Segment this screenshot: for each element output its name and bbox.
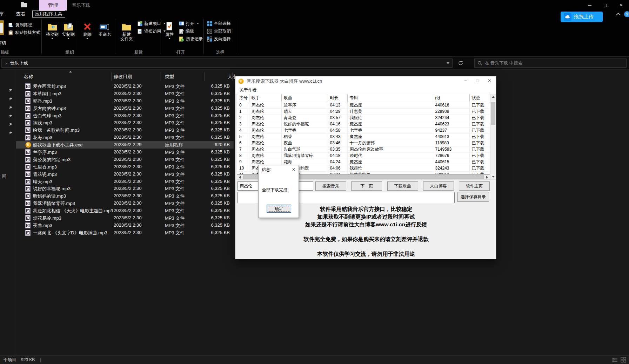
song-row[interactable]: 6 周杰伦 夜曲 03:46 十一月的萧邦 118980 已下载 [237, 140, 490, 146]
select-all-button[interactable]: 全部选择 [207, 20, 231, 27]
file-row[interactable]: K 告白气球.mp3 2023/5/2 2:30 MP3 文件 6,325 KB [16, 112, 234, 119]
help-button[interactable]: ? [624, 11, 629, 17]
easy-access-button[interactable]: 轻松访问 [138, 28, 166, 34]
open-button[interactable]: 打开 [179, 20, 199, 27]
col-rid[interactable]: rid [433, 94, 469, 102]
address-breadcrumb[interactable]: › 音乐下载 [1, 59, 453, 68]
edit-button[interactable]: 编辑 [179, 28, 194, 34]
homepage-button[interactable]: 软件主页 [459, 181, 490, 191]
new-item-button[interactable]: 新建项目 [138, 20, 166, 27]
rename-button[interactable]: 重命名 [95, 20, 114, 37]
file-row[interactable]: K 反方向的钟.mp3 2023/5/2 2:30 MP3 文件 6,325 K… [16, 105, 234, 112]
column-divider[interactable] [111, 72, 112, 81]
song-row[interactable]: 4 周杰伦 七里香 04:58 七里香 94237 已下载 [237, 127, 490, 133]
choose-save-dir-button[interactable]: 选择保存目录 [457, 192, 489, 202]
file-row[interactable]: K 我是如此相信-《天火》电影主题曲.mp3 2023/5/2 2:30 MP3… [16, 207, 234, 214]
file-row[interactable]: K 青花瓷.mp3 2023/5/2 2:30 MP3 文件 6,325 KB [16, 171, 234, 178]
next-page-button[interactable]: 下一页 [351, 181, 382, 191]
file-row[interactable]: K 听妈妈的话.mp3 2023/5/2 2:30 MP3 文件 6,325 K… [16, 192, 234, 200]
col-status[interactable]: 状态 [469, 94, 490, 102]
column-header-date[interactable]: 修改日期 [114, 74, 132, 80]
tab-share[interactable]: 共享 [0, 11, 11, 18]
copy-to-button[interactable]: 复制到 [60, 20, 76, 39]
col-index[interactable]: 序号 [237, 94, 249, 102]
explorer-search-box[interactable] [474, 59, 627, 68]
file-row[interactable]: K 说好的幸福呢.mp3 2023/5/2 2:30 MP3 文件 6,325 … [16, 185, 234, 192]
menu-about-author[interactable]: 关于作者 [238, 87, 258, 94]
drag-upload-button[interactable]: 拖拽上传 [561, 12, 603, 22]
cut-button[interactable]: 剪切 [0, 40, 12, 46]
file-row[interactable]: K 给我一首歌的时间.mp3 2023/5/2 2:30 MP3 文件 6,32… [16, 126, 234, 134]
scroll-up-button[interactable] [490, 94, 496, 99]
col-duration[interactable]: 时长 [328, 94, 347, 102]
delete-button[interactable]: 删除 [80, 20, 95, 39]
minimize-button[interactable] [582, 0, 597, 11]
address-dropdown-icon[interactable] [447, 62, 449, 64]
close-button[interactable]: ✕ [613, 0, 629, 11]
song-row[interactable]: 3 周杰伦 说好的幸福呢 04:16 魔杰座 440623 已下载 [237, 121, 490, 127]
file-row[interactable]: K 我落泪情绪零碎.mp3 2023/5/2 2:30 MP3 文件 6,325… [16, 200, 234, 207]
file-row[interactable]: K 兰亭序.mp3 2023/5/2 2:30 MP3 文件 6,325 KB [16, 149, 234, 156]
move-to-button[interactable]: 移动到 [44, 20, 60, 39]
nav-item-fragment[interactable]: 间 [2, 173, 6, 179]
song-row[interactable]: 1 周杰伦 晴天 04:29 叶惠美 228908 已下载 [237, 108, 490, 115]
ribbon-contextual-tab-manage[interactable]: 管理 [39, 0, 67, 11]
tab-application-tools[interactable]: 应用程序工具 [32, 11, 65, 18]
file-row[interactable]: K 晴天.mp3 2023/5/2 2:30 MP3 文件 6,325 KB [16, 178, 234, 185]
file-row[interactable]: K 本草纲目.mp3 2023/5/2 2:30 MP3 文件 6,325 KB [16, 90, 234, 97]
scroll-left-button[interactable] [237, 175, 242, 179]
column-header-name[interactable]: 名称 [24, 74, 33, 80]
history-button[interactable]: 历史记录 [179, 36, 203, 42]
song-row[interactable]: 9 周杰伦 花海 04:24 魔杰座 440615 已下载 [237, 159, 490, 165]
dialog-titlebar[interactable]: 信息: ✕ [259, 165, 299, 174]
download-songs-button[interactable]: 下载歌曲 [387, 181, 418, 191]
app-minimize-button[interactable]: – [460, 76, 471, 85]
invert-selection-button[interactable]: 反向选择 [207, 36, 231, 42]
blog-button[interactable]: 大白博客 [423, 181, 454, 191]
dialog-close-button[interactable]: ✕ [291, 167, 296, 172]
file-row[interactable]: K 爱在西元前.mp3 2023/5/2 2:30 MP3 文件 6,325 K… [16, 83, 234, 90]
file-row[interactable]: K 搁浅.mp3 2023/5/2 2:30 MP3 文件 6,325 KB [16, 119, 234, 126]
app-close-button[interactable]: ✕ [483, 76, 495, 85]
search-input[interactable] [485, 61, 623, 66]
column-header-type[interactable]: 类型 [165, 74, 174, 80]
maximize-button[interactable] [597, 0, 613, 11]
paste-shortcut-button[interactable]: 粘贴快捷方式 [8, 29, 40, 36]
new-folder-button[interactable]: 新建文件夹 [118, 20, 135, 41]
properties-button[interactable]: 属性 [162, 20, 176, 39]
large-icons-view-button[interactable] [621, 357, 626, 363]
file-row[interactable]: K 一路向北-《头文字D》电影插曲.mp3 2023/5/2 2:30 MP3 … [16, 229, 234, 236]
col-song[interactable]: 歌曲 [281, 94, 328, 102]
tab-view[interactable]: 查看 [16, 11, 25, 18]
dialog-ok-button[interactable]: 确定 [267, 205, 291, 213]
song-row[interactable]: 5 周杰伦 稻香 03:43 魔杰座 440613 已下载 [237, 133, 490, 140]
file-row[interactable]: K 稻香.mp3 2023/5/2 2:30 MP3 文件 6,325 KB [16, 97, 234, 105]
app-titlebar[interactable]: K 音乐搜索下载器 大白博客 www.c1i.cn – □ ✕ [235, 76, 496, 86]
file-row[interactable]: K 花海.mp3 2023/5/2 2:30 MP3 文件 6,325 KB [16, 134, 234, 141]
copy-path-button[interactable]: 复制路径 [8, 22, 32, 28]
file-row[interactable]: K 夜曲.mp3 2023/5/2 2:30 MP3 文件 6,325 KB [16, 222, 234, 229]
vertical-scroll-thumb[interactable] [491, 102, 495, 125]
search-music-button[interactable]: 搜索音乐 [315, 181, 346, 191]
column-divider[interactable] [204, 72, 205, 81]
file-row[interactable]: K 酷我歌曲下载小工具.exe 2023/5/2 2:29 应用程序 920 K… [16, 141, 234, 149]
file-row[interactable]: K 烟花易冷.mp3 2023/5/2 2:30 MP3 文件 6,325 KB [16, 214, 234, 222]
col-singer[interactable]: 歌手 [249, 94, 281, 102]
column-divider[interactable] [161, 72, 161, 81]
paste-button-fragment[interactable] [0, 20, 4, 35]
app-maximize-button[interactable]: □ [471, 76, 483, 85]
song-row[interactable]: 2 周杰伦 青花瓷 03:57 我很忙 324244 已下载 [237, 115, 490, 121]
col-album[interactable]: 专辑 [347, 94, 433, 102]
column-divider[interactable] [232, 72, 233, 81]
refresh-button[interactable] [457, 60, 464, 67]
file-row[interactable]: K 蒲公英的约定.mp3 2023/5/2 2:30 MP3 文件 6,325 … [16, 156, 234, 163]
scroll-right-button[interactable] [484, 175, 490, 179]
song-row[interactable]: 0 周杰伦 兰亭序 04:13 魔杰座 440616 已下载 [237, 102, 490, 108]
scroll-down-button[interactable] [490, 174, 496, 179]
details-view-button[interactable] [612, 357, 618, 363]
song-row[interactable]: 8 周杰伦 我落泪情绪零碎 04:18 跨时代 728676 已下载 [237, 152, 490, 159]
select-none-button[interactable]: 全部取消 [207, 28, 231, 34]
breadcrumb-folder[interactable]: 音乐下载 [10, 60, 28, 66]
song-row[interactable]: 7 周杰伦 告白气球 03:35 周杰伦的床边故事 7149583 已下载 [237, 146, 490, 152]
table-vertical-scrollbar[interactable] [490, 94, 496, 180]
